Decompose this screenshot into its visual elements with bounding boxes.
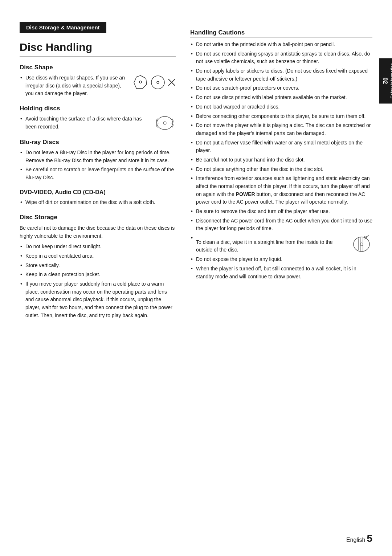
caution-item-5: Do not use discs printed with label prin… bbox=[190, 94, 372, 102]
caution-item-8: Do not move the player while it is playi… bbox=[190, 122, 372, 137]
svg-point-3 bbox=[157, 81, 159, 83]
page-container: 02 Safety Information Disc Storage & Man… bbox=[0, 0, 392, 556]
caution-item-6: Do not load warped or cracked discs. bbox=[190, 103, 372, 111]
disc-storage-list: Do not keep under direct sunlight. Keep … bbox=[20, 243, 176, 319]
caution-item-15: • To clean a disc, wipe it in a straight… bbox=[190, 234, 372, 254]
svg-point-7 bbox=[163, 122, 166, 124]
handling-cautions-title: Handling Cautions bbox=[190, 29, 372, 38]
dvd-audio-title: DVD-VIDEO, Audio CD (CD-DA) bbox=[20, 189, 176, 196]
disc-shape-icons bbox=[133, 75, 176, 90]
page-footer: English 5 bbox=[346, 533, 372, 544]
caution-item-12: • Interference from exterior sources suc… bbox=[190, 175, 372, 206]
bluray-item-1: Do not leave a Blu-ray Disc in the playe… bbox=[20, 149, 176, 164]
main-title: Disc Handling bbox=[20, 41, 176, 57]
caution-item-7: Before connecting other components to th… bbox=[190, 113, 372, 120]
svg-point-2 bbox=[151, 76, 164, 89]
caution-item-16: Do not expose the player to any liquid. bbox=[190, 255, 372, 263]
disc-shape-text: Use discs with regular shapes. If you us… bbox=[20, 74, 129, 98]
disc-storage-item-2: Keep in a cool ventilated area. bbox=[20, 252, 176, 260]
svg-point-1 bbox=[139, 81, 142, 83]
holding-discs-text: Avoid touching the surface of a disc whe… bbox=[20, 115, 150, 131]
chapter-number: 02 bbox=[382, 78, 388, 84]
footer-text: English bbox=[346, 537, 365, 543]
bluray-list: Do not leave a Blu-ray Disc in the playe… bbox=[20, 149, 176, 182]
disc-storage-title: Disc Storage bbox=[20, 214, 176, 221]
caution-item-17: When the player is turned off, but still… bbox=[190, 265, 372, 281]
svg-point-6 bbox=[157, 116, 173, 130]
left-column: Disc Storage & Management Disc Handling … bbox=[20, 22, 176, 321]
svg-marker-0 bbox=[134, 75, 147, 89]
disc-storage-item-4: Keep in a clean protection jacket. bbox=[20, 271, 176, 279]
disc-cleaning-icon bbox=[351, 234, 372, 254]
svg-point-10 bbox=[354, 237, 369, 252]
disc-storage-item-3: Store vertically. bbox=[20, 262, 176, 270]
power-bold: POWER bbox=[236, 191, 255, 197]
dvd-audio-list: Wipe off dirt or contamination on the di… bbox=[20, 199, 176, 207]
chapter-sidebar-tab: 02 Safety Information bbox=[379, 58, 392, 103]
holding-discs-title: Holding discs bbox=[20, 105, 176, 112]
section-header-box: Disc Storage & Management bbox=[20, 22, 106, 33]
disc-storage-item-1: Do not keep under direct sunlight. bbox=[20, 243, 176, 251]
handling-cautions-list: Do not write on the printed side with a … bbox=[190, 41, 372, 281]
content-wrapper: Disc Storage & Management Disc Handling … bbox=[0, 22, 392, 321]
caution-item-3: Do not apply labels or stickers to discs… bbox=[190, 67, 372, 83]
dvd-audio-item-1: Wipe off dirt or contamination on the di… bbox=[20, 199, 176, 207]
caution-item-9: Do not put a flower vase filled with wat… bbox=[190, 139, 372, 155]
caution-item-1: Do not write on the printed side with a … bbox=[190, 41, 372, 49]
disc-shape-title: Disc Shape bbox=[20, 64, 176, 71]
holding-disc-icon bbox=[154, 115, 176, 131]
disc-storage-item-5: If you move your player suddenly from a … bbox=[20, 280, 176, 319]
caution-item-2: Do not use record cleaning sprays or ant… bbox=[190, 50, 372, 66]
disc-shape-row: Use discs with regular shapes. If you us… bbox=[20, 74, 176, 98]
caution-item-14: Disconnect the AC power cord from the AC… bbox=[190, 217, 372, 233]
caution-item-13: Be sure to remove the disc and turn off … bbox=[190, 208, 372, 216]
section-header-text: Disc Storage & Management bbox=[26, 24, 100, 30]
caution-15-text: To clean a disc, wipe it in a straight l… bbox=[196, 238, 348, 254]
right-column: Handling Cautions Do not write on the pr… bbox=[190, 22, 372, 321]
svg-point-11 bbox=[360, 243, 363, 246]
holding-discs-row: Avoid touching the surface of a disc whe… bbox=[20, 115, 176, 131]
chapter-label: Safety Information bbox=[390, 63, 392, 98]
footer-number: 5 bbox=[367, 533, 372, 544]
bluray-item-2: Be careful not to scratch or leave finge… bbox=[20, 166, 176, 181]
x-mark-icon bbox=[168, 78, 176, 86]
caution-item-4: Do not use scratch-proof protectors or c… bbox=[190, 84, 372, 92]
irregular-disc-icon bbox=[133, 75, 148, 90]
regular-disc-icon bbox=[150, 75, 166, 90]
caution-item-11: Do not place anything other than the dis… bbox=[190, 165, 372, 173]
caution-item-10: Be careful not to put your hand into the… bbox=[190, 156, 372, 164]
bluray-title: Blu-ray Discs bbox=[20, 139, 176, 146]
disc-storage-intro: Be careful not to damage the disc becaus… bbox=[20, 224, 176, 240]
